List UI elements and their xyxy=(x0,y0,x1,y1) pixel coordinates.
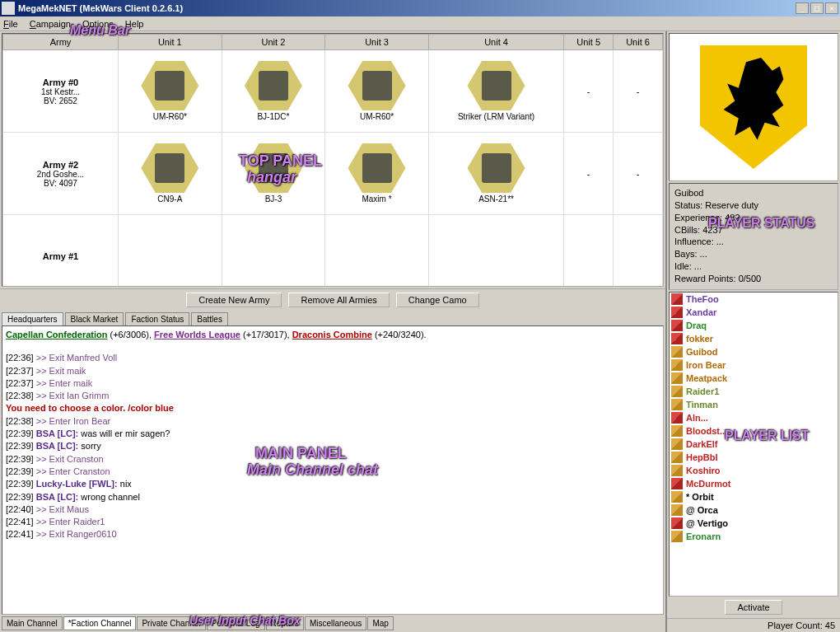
player-row[interactable]: Koshiro xyxy=(670,464,838,477)
menu-file[interactable]: File xyxy=(3,19,18,29)
unit-cell[interactable]: UM-R60* xyxy=(119,50,222,133)
player-row[interactable]: Aln... xyxy=(670,411,838,424)
mech-icon xyxy=(155,71,184,101)
chat-line: [22:39] Lucky-Luke [FWL]: nix xyxy=(6,478,660,489)
chat-tab[interactable]: Repairs xyxy=(266,616,304,630)
sword-icon xyxy=(671,359,683,371)
panel-tab[interactable]: Black Market xyxy=(65,312,124,325)
create-army-button[interactable]: Create New Army xyxy=(186,293,282,307)
status-idle: Idle: ... xyxy=(674,260,833,273)
app-icon xyxy=(2,2,15,15)
remove-armies-button[interactable]: Remove All Armies xyxy=(288,293,389,307)
unit-cell: - xyxy=(564,50,614,133)
chat-line: [22:37] >> Enter maik xyxy=(6,377,660,389)
player-row[interactable]: @ Orca xyxy=(670,503,838,517)
chat-tab[interactable]: Miscellaneous xyxy=(305,616,366,630)
unit-cell[interactable]: BJ-3 xyxy=(222,133,325,215)
change-camo-button[interactable]: Change Camo xyxy=(396,293,479,307)
mech-icon xyxy=(362,71,392,101)
faction-link[interactable]: Draconis Combine xyxy=(292,330,372,339)
player-row[interactable]: Draq xyxy=(670,319,838,332)
close-button[interactable]: × xyxy=(825,2,838,14)
player-row[interactable]: HepBbI xyxy=(670,451,838,464)
player-row[interactable]: McDurmot xyxy=(670,477,838,490)
player-row[interactable]: Iron Bear xyxy=(670,358,838,372)
unit-cell xyxy=(119,215,222,288)
sword-icon xyxy=(671,465,683,476)
unit-cell[interactable]: ASN-21** xyxy=(428,133,563,215)
sword-icon xyxy=(671,412,683,424)
faction-link[interactable]: Free Worlds League xyxy=(154,330,240,339)
player-row[interactable]: Meatpack xyxy=(670,372,838,385)
player-row[interactable]: Guibod xyxy=(670,345,838,358)
mech-icon xyxy=(259,153,288,183)
chat-line: [22:41] >> Enter Raider1 xyxy=(6,516,660,527)
chat-line: [22:39] BSA [LC]: sorry xyxy=(6,440,660,452)
status-name: Guibod xyxy=(674,187,833,199)
sword-icon xyxy=(671,346,683,358)
player-row[interactable]: DarkElf xyxy=(670,438,838,451)
maximize-button[interactable]: □ xyxy=(810,2,824,14)
player-row[interactable]: @ Vertigo xyxy=(670,517,838,530)
sword-icon xyxy=(671,491,683,503)
title-bar: MegaMekNET (MekWars Client 0.2.6.1) _ □ … xyxy=(0,0,840,16)
player-list[interactable]: TheFooXandarDraqfokkerGuibodIron BearMea… xyxy=(669,292,838,597)
sword-icon xyxy=(671,504,683,516)
unit-cell[interactable]: Striker (LRM Variant) xyxy=(428,50,563,133)
faction-link[interactable]: Capellan Confederation xyxy=(6,330,107,339)
sword-icon xyxy=(671,425,683,437)
player-row[interactable]: Tinman xyxy=(670,398,838,411)
player-row[interactable]: Bloodst... xyxy=(670,424,838,438)
mech-icon xyxy=(482,71,511,101)
player-row[interactable]: Eronarn xyxy=(670,530,838,543)
menu-campaign[interactable]: Campaign xyxy=(30,19,71,29)
panel-tab[interactable]: Headquarters xyxy=(2,312,63,325)
army-cell[interactable]: Army #22nd Goshe...BV: 4097 xyxy=(3,133,119,215)
unit-cell xyxy=(614,215,663,288)
sword-icon xyxy=(671,531,683,542)
chat-line: [22:39] BSA [LC]: wrong channel xyxy=(6,491,660,503)
mech-icon xyxy=(155,153,184,183)
chat-tab[interactable]: Personal Log xyxy=(207,616,265,630)
faction-crest xyxy=(669,33,838,181)
unit-cell xyxy=(325,215,429,288)
army-cell[interactable]: Army #1 xyxy=(3,215,119,288)
status-reward: Reward Points: 0/500 xyxy=(674,273,833,285)
unit-cell[interactable]: CN9-A xyxy=(119,133,222,215)
unit-cell xyxy=(222,215,325,288)
unit-cell xyxy=(428,215,563,288)
faction-line: Capellan Confederation (+6/3006), Free W… xyxy=(6,329,660,340)
army-cell[interactable]: Army #01st Kestr...BV: 2652 xyxy=(3,50,119,133)
menu-options[interactable]: Options xyxy=(82,19,114,29)
chat-tab[interactable]: Map xyxy=(367,616,393,630)
chat-line: [22:40] >> Exit Maus xyxy=(6,503,660,515)
panel-tab[interactable]: Battles xyxy=(191,312,228,325)
hangar-panel: ArmyUnit 1Unit 2Unit 3Unit 4Unit 5Unit 6… xyxy=(2,33,664,287)
status-status: Status: Reserve duty xyxy=(674,199,833,212)
mech-icon xyxy=(362,153,392,183)
panel-tab[interactable]: Faction Status xyxy=(125,312,189,325)
menu-help[interactable]: Help xyxy=(125,19,144,29)
player-row[interactable]: TheFoo xyxy=(670,293,838,306)
chat-tabs: Main Channel*Faction ChannelPrivate Chan… xyxy=(0,615,665,632)
unit-cell[interactable]: BJ-1DC* xyxy=(222,50,325,133)
activate-button[interactable]: Activate xyxy=(725,600,782,615)
sword-icon xyxy=(671,452,683,463)
minimize-button[interactable]: _ xyxy=(796,2,809,14)
chat-area[interactable]: Capellan Confederation (+6/3006), Free W… xyxy=(2,325,664,615)
unit-cell[interactable]: UM-R60* xyxy=(325,50,429,133)
chat-line: [22:37] >> Exit maik xyxy=(6,365,660,377)
chat-line: [22:39] BSA [LC]: was will er mir sagen? xyxy=(6,428,660,439)
unit-cell[interactable]: Maxim * xyxy=(325,133,429,215)
sword-icon xyxy=(671,399,683,410)
player-row[interactable]: Raider1 xyxy=(670,385,838,398)
chat-tab[interactable]: *Faction Channel xyxy=(63,616,137,630)
player-row[interactable]: * Orbit xyxy=(670,490,838,503)
player-row[interactable]: Xandar xyxy=(670,306,838,319)
sword-icon xyxy=(671,333,683,344)
unit-cell: - xyxy=(614,50,663,133)
chat-tab[interactable]: Private Channel xyxy=(137,616,205,630)
player-row[interactable]: fokker xyxy=(670,332,838,345)
chat-tab[interactable]: Main Channel xyxy=(2,616,63,630)
status-cbills: CBills: 4237 xyxy=(674,224,833,236)
